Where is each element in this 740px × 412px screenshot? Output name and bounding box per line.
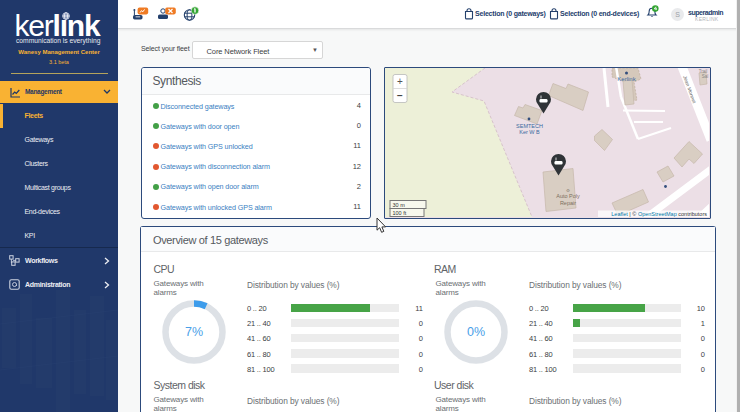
svg-text:⚙: ⚙ bbox=[566, 188, 570, 193]
svg-text:100 ft: 100 ft bbox=[393, 210, 407, 216]
svg-text:Kerlink: Kerlink bbox=[617, 75, 636, 81]
svg-text:Leaflet | © OpenStreetMap cont: Leaflet | © OpenStreetMap contributors bbox=[611, 210, 707, 216]
svg-text:Ker W B: Ker W B bbox=[519, 128, 540, 134]
svg-text:Repair: Repair bbox=[560, 199, 576, 205]
svg-text:−: − bbox=[397, 90, 403, 101]
svg-text:+: + bbox=[397, 76, 403, 87]
svg-text:30 m: 30 m bbox=[393, 202, 406, 208]
svg-text:Sal: Sal bbox=[702, 74, 709, 79]
svg-text:7%: 7% bbox=[184, 324, 202, 338]
svg-text:Auto Poly: Auto Poly bbox=[556, 193, 580, 199]
svg-text:0%: 0% bbox=[466, 324, 484, 338]
